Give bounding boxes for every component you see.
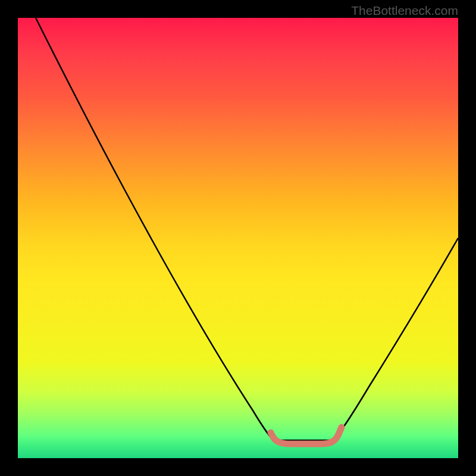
chart-container: TheBottleneck.com: [0, 0, 476, 476]
bottleneck-curve: [36, 18, 458, 440]
chart-svg: [18, 18, 458, 458]
watermark-text: TheBottleneck.com: [351, 4, 458, 18]
plot-area: [18, 18, 458, 458]
optimal-range: [272, 427, 342, 444]
